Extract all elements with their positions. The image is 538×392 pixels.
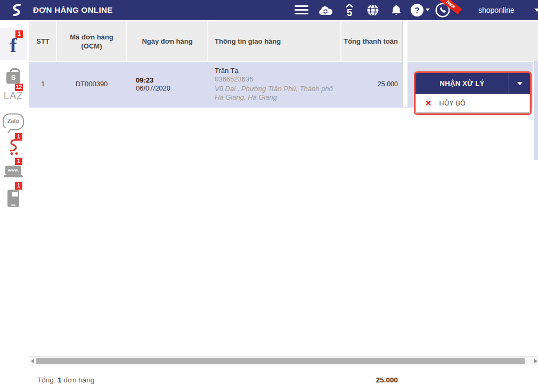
total-count: 1: [58, 376, 62, 384]
chevron-down-icon: [517, 82, 523, 85]
order-date: 06/07/2020: [136, 84, 208, 92]
cancel-order-label: HỦY BỎ: [439, 100, 466, 107]
sendo-badge: 1: [15, 133, 22, 141]
sidebar-item-mobile[interactable]: 1: [0, 182, 27, 211]
column-header-order-date[interactable]: Ngày đơn hàng: [127, 21, 208, 61]
globe-icon[interactable]: [366, 3, 380, 17]
mobile-icon: [7, 190, 19, 207]
top-bar: ĐƠN HÀNG ONLINE 5 ? New shoponline: [0, 0, 538, 20]
scroll-left-arrow-icon[interactable]: [31, 359, 34, 363]
customer-name: Trần Tạ: [215, 67, 341, 75]
facebook-badge: 1: [15, 30, 23, 38]
menu-icon[interactable]: [295, 5, 308, 15]
website-badge: 1: [15, 158, 22, 165]
scroll-right-arrow-icon[interactable]: [534, 359, 537, 363]
footer-total-label: Tổng: 1 đơn hàng: [37, 376, 94, 384]
sidebar-item-facebook[interactable]: f 1: [0, 28, 27, 60]
cell-total: 25.000: [341, 61, 403, 107]
sidebar: f 1 S LAZ 12 Zalo 1 www. 1 1: [0, 20, 27, 392]
facebook-icon: f: [10, 35, 17, 55]
cell-order-code: DT000390: [56, 61, 127, 107]
column-header-stt[interactable]: STT: [29, 21, 56, 61]
cell-order-date: 09:23 06/07/2020: [127, 61, 208, 107]
cell-stt: 1: [29, 61, 56, 107]
order-time: 09:23: [136, 76, 208, 84]
sidebar-item-website[interactable]: www. 1: [0, 158, 27, 184]
cloud-sync-icon[interactable]: [317, 4, 333, 17]
account-name[interactable]: shoponline: [478, 6, 515, 14]
total-label: Tổng:: [37, 376, 56, 384]
total-unit: đơn hàng: [64, 376, 95, 384]
shopee-icon: S: [6, 68, 20, 84]
column-header-total[interactable]: Tổng thanh toán: [341, 21, 403, 61]
footer-total-amount: 25.000: [341, 376, 398, 384]
svg-text:5: 5: [347, 7, 353, 18]
process-order-dropdown-toggle[interactable]: [509, 73, 530, 94]
account-caret-icon[interactable]: [534, 9, 538, 12]
sidebar-item-zalo[interactable]: Zalo: [0, 110, 27, 133]
process-order-button[interactable]: NHẬN XỬ LÝ: [415, 73, 509, 94]
customer-address: Vũ Dại , Phường Trần Phú, Thành phố Hà G…: [215, 85, 341, 102]
zalo-icon: Zalo: [3, 113, 24, 130]
sidebar-item-lazada[interactable]: LAZ 12: [0, 84, 27, 108]
column-header-order-code[interactable]: Mã đơn hàng (OCM): [56, 21, 127, 61]
customer-phone: 0366523636: [215, 75, 341, 84]
cell-shipping-info: Trần Tạ 0366523636 Vũ Dại , Phường Trần …: [208, 61, 341, 107]
page-title: ĐƠN HÀNG ONLINE: [33, 5, 113, 14]
cancel-x-icon: ✕: [425, 99, 432, 108]
lazada-badge: 12: [15, 84, 23, 91]
sapo-icon[interactable]: 5: [344, 3, 355, 18]
column-separator: [402, 21, 407, 107]
cancel-order-menu-item[interactable]: ✕ HỦY BỎ: [415, 94, 530, 113]
app-logo-icon[interactable]: [9, 2, 25, 18]
action-highlight-box: NHẬN XỬ LÝ ✕ HỦY BỎ: [414, 71, 532, 115]
horizontal-scrollbar[interactable]: [29, 356, 538, 365]
bell-icon[interactable]: [389, 3, 403, 17]
help-icon[interactable]: ?: [411, 4, 423, 17]
lazada-icon: LAZ: [4, 90, 23, 102]
column-header-shipping-info[interactable]: Thông tin giao hàng: [208, 21, 341, 61]
sidebar-item-sendo[interactable]: 1: [0, 133, 27, 160]
website-icon: www.: [4, 166, 23, 178]
help-caret-icon[interactable]: [426, 9, 430, 11]
scrollbar-thumb[interactable]: [36, 358, 525, 364]
mobile-badge: 1: [15, 182, 22, 190]
row-overflow-sliver: [534, 61, 538, 160]
